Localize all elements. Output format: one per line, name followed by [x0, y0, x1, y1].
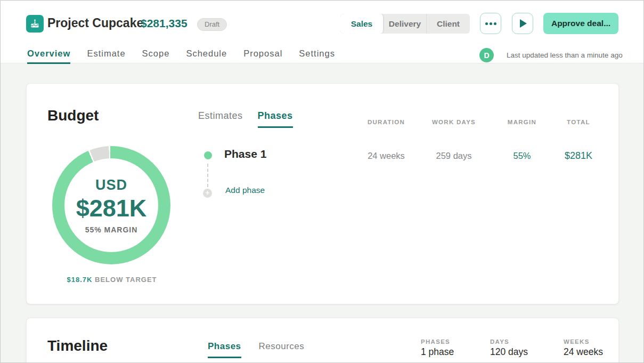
stat-phases: PHASES 1 phase	[421, 338, 454, 358]
view-toggle: Sales Delivery Client	[340, 14, 470, 34]
tab-timeline-phases[interactable]: Phases	[208, 341, 241, 358]
phase-row[interactable]: Phase 1	[224, 148, 266, 160]
column-header-workdays: WORK DAYS	[422, 119, 486, 125]
timeline-tabs: Phases Resources	[208, 341, 304, 358]
toggle-option-delivery[interactable]: Delivery	[384, 14, 427, 34]
add-phase-plus-icon[interactable]: +	[203, 189, 212, 198]
donut-total: $281K	[76, 195, 147, 222]
page-title: Project Cupcake	[47, 16, 143, 30]
tab-estimates[interactable]: Estimates	[198, 110, 243, 128]
budget-donut-center: USD $281K 55% MARGIN	[64, 158, 158, 252]
tab-estimate[interactable]: Estimate	[87, 49, 125, 64]
phase-duration: 24 weeks	[354, 151, 418, 161]
status-badge: Draft	[197, 18, 227, 31]
stat-weeks: WEEKS 24 weeks	[564, 338, 603, 358]
avatar[interactable]: D	[479, 48, 494, 62]
column-header-duration: DURATION	[354, 119, 418, 125]
ellipsis-icon	[485, 22, 488, 25]
phase-dot-icon	[204, 151, 212, 159]
tab-timeline-resources[interactable]: Resources	[259, 341, 305, 358]
approve-deal-button[interactable]: Approve deal...	[543, 13, 618, 34]
tab-phases[interactable]: Phases	[258, 110, 293, 128]
tab-scope[interactable]: Scope	[142, 49, 170, 64]
below-target-value: $18.7K	[67, 276, 92, 284]
donut-margin-label: 55% MARGIN	[85, 225, 138, 234]
tab-settings[interactable]: Settings	[299, 49, 335, 64]
stat-phases-value: 1 phase	[421, 346, 454, 358]
stat-days-value: 120 days	[490, 346, 528, 358]
budget-title: Budget	[47, 107, 99, 124]
stat-weeks-label: WEEKS	[564, 338, 603, 345]
cake-icon	[26, 15, 44, 33]
stat-weeks-value: 24 weeks	[564, 346, 603, 358]
column-header-margin: MARGIN	[490, 119, 554, 125]
column-header-total: TOTAL	[547, 119, 610, 125]
donut-currency: USD	[95, 177, 127, 193]
phase-margin: 55%	[490, 151, 554, 161]
play-button[interactable]	[512, 13, 533, 34]
app-window: Project Cupcake $281,335 Draft Sales Del…	[0, 0, 644, 363]
phase-workdays: 259 days	[422, 151, 486, 161]
tab-schedule[interactable]: Schedule	[186, 49, 227, 64]
project-amount: $281,335	[141, 17, 188, 30]
last-updated-text: Last updated less than a minute ago	[507, 51, 623, 59]
add-phase-button[interactable]: Add phase	[225, 185, 265, 195]
below-target-note: $18.7K BELOW TARGET	[29, 276, 195, 284]
budget-card: Budget Estimates Phases DURATION WORK DA…	[26, 83, 619, 304]
tab-overview[interactable]: Overview	[27, 49, 70, 64]
stat-phases-label: PHASES	[421, 338, 454, 345]
stat-days: DAYS 120 days	[490, 338, 528, 358]
budget-tabs: Estimates Phases	[198, 110, 293, 128]
header: Project Cupcake $281,335 Draft Sales Del…	[1, 1, 643, 63]
stat-days-label: DAYS	[490, 338, 528, 345]
phase-connector-line	[207, 164, 208, 187]
timeline-card: Timeline Phases Resources PHASES 1 phase…	[26, 318, 619, 363]
budget-donut-ring: USD $281K 55% MARGIN	[52, 146, 170, 264]
below-target-label: BELOW TARGET	[95, 276, 157, 284]
play-icon	[520, 19, 527, 28]
toggle-option-sales[interactable]: Sales	[340, 14, 384, 34]
more-options-button[interactable]	[480, 13, 501, 34]
phase-total: $281K	[547, 150, 610, 162]
timeline-title: Timeline	[47, 337, 108, 354]
tab-proposal[interactable]: Proposal	[243, 49, 282, 64]
toggle-option-client[interactable]: Client	[427, 14, 470, 34]
main-nav: Overview Estimate Scope Schedule Proposa…	[27, 49, 335, 64]
